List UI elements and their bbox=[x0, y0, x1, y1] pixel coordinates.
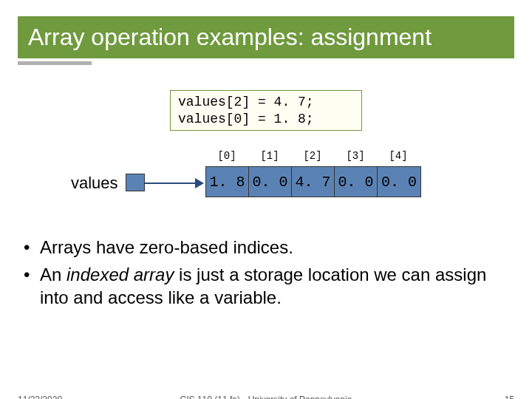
bullet-item: An indexed array is just a storage locat… bbox=[24, 263, 508, 309]
slide: Array operation examples: assignment val… bbox=[0, 16, 532, 399]
array-cell: 0. 0 bbox=[249, 167, 292, 197]
index-label: [2] bbox=[291, 150, 334, 162]
footer-page-number: 15 bbox=[505, 395, 514, 399]
code-line: values[0] = 1. 8; bbox=[178, 111, 354, 128]
cells-row: 1. 8 0. 0 4. 7 0. 0 0. 0 bbox=[205, 166, 421, 197]
array-diagram: values [0] [1] [2] [3] [4] 1. 8 0. 0 4. … bbox=[0, 144, 532, 211]
array-cell: 1. 8 bbox=[206, 167, 249, 197]
array-cell: 4. 7 bbox=[292, 167, 335, 197]
variable-box bbox=[126, 174, 145, 191]
arrow-head-icon bbox=[195, 178, 204, 188]
array-cell: 0. 0 bbox=[335, 167, 378, 197]
footer-source: CIS 110 (11 fa) - University of Pennsylv… bbox=[180, 395, 352, 399]
footer: 11/23/2020 CIS 110 (11 fa) - University … bbox=[0, 395, 532, 399]
variable-label: values bbox=[71, 174, 118, 193]
bullet-list: Arrays have zero-based indices. An index… bbox=[24, 236, 508, 310]
array-cell: 0. 0 bbox=[378, 167, 420, 197]
bullet-text: An bbox=[40, 265, 66, 284]
index-label: [0] bbox=[205, 150, 248, 162]
title-bar: Array operation examples: assignment bbox=[18, 16, 514, 58]
code-box: values[2] = 4. 7; values[0] = 1. 8; bbox=[170, 90, 362, 131]
slide-title: Array operation examples: assignment bbox=[28, 24, 504, 51]
code-line: values[2] = 4. 7; bbox=[178, 94, 354, 111]
footer-date: 11/23/2020 bbox=[18, 395, 62, 399]
index-label: [1] bbox=[248, 150, 291, 162]
arrow-line bbox=[145, 183, 198, 184]
bullet-text: Arrays have zero-based indices. bbox=[40, 237, 293, 257]
index-label: [3] bbox=[334, 150, 377, 162]
index-label: [4] bbox=[377, 150, 420, 162]
bullet-italic: indexed array bbox=[66, 265, 174, 284]
bullet-item: Arrays have zero-based indices. bbox=[24, 236, 508, 259]
index-row: [0] [1] [2] [3] [4] bbox=[205, 150, 420, 162]
title-underline bbox=[18, 61, 92, 65]
